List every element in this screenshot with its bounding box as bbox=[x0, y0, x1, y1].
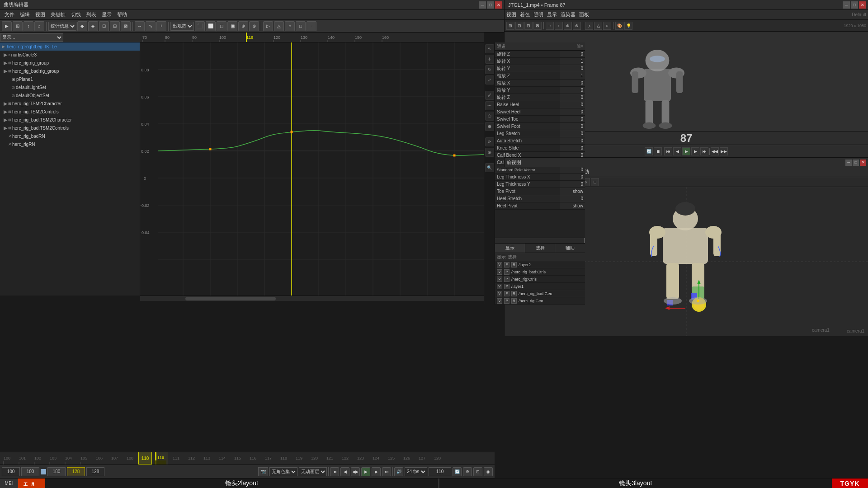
channel-row-swivel-heel[interactable]: Swivel Heel 0 bbox=[495, 108, 585, 116]
channel-row-heel-stretch[interactable]: Heel Stretch 0 bbox=[495, 195, 585, 202]
menu-file[interactable]: 文件 bbox=[2, 11, 17, 18]
preview-tb-btn11[interactable]: ○ bbox=[603, 22, 611, 30]
toolbar-btn9[interactable]: ⊠ bbox=[121, 21, 131, 31]
layer-row-3[interactable]: V P /layer1 bbox=[495, 283, 585, 290]
playback-end-input[interactable] bbox=[86, 467, 104, 476]
outliner-item-5[interactable]: ◎ defaultObjectSet bbox=[0, 91, 140, 99]
frame-start-input[interactable] bbox=[2, 467, 20, 476]
layer-v-btn-2[interactable]: V bbox=[497, 277, 502, 282]
icon-rotate[interactable]: ↻ bbox=[485, 65, 494, 74]
layer-v-btn-1[interactable]: V bbox=[497, 269, 502, 275]
layer-p-btn-2[interactable]: P bbox=[504, 277, 509, 282]
channel-row-ry[interactable]: 旋转 Y 0 bbox=[495, 65, 585, 72]
preview-play-btn[interactable]: ▶ bbox=[682, 147, 690, 155]
preview-loop-btn[interactable]: 🔄 bbox=[645, 147, 653, 155]
preview-maximize-button[interactable]: □ bbox=[851, 1, 858, 9]
playback-start-input[interactable] bbox=[21, 467, 39, 476]
curve-scrollbar-thumb[interactable] bbox=[185, 297, 276, 300]
toolbar-btn6[interactable]: ◈ bbox=[88, 21, 98, 31]
menu-help[interactable]: 帮助 bbox=[114, 11, 130, 18]
channel-row-sz[interactable]: 缩放 Z 1 bbox=[495, 72, 585, 80]
time-input[interactable] bbox=[429, 467, 451, 476]
layer-v-btn-5[interactable]: V bbox=[497, 298, 502, 304]
channel-row-rz[interactable]: 旋转 Z 0 bbox=[495, 51, 585, 58]
preview-minimize-button[interactable]: ─ bbox=[843, 1, 850, 9]
channel-tab-display[interactable]: 显示 bbox=[495, 244, 525, 253]
view-type-select[interactable]: 无角色集 bbox=[269, 467, 297, 476]
toolbar-btn12[interactable]: ◻ bbox=[217, 21, 226, 31]
frame-display-input[interactable] bbox=[47, 467, 66, 476]
outliner-item-7[interactable]: ▶ ⊞ herc_rig:TSM2Controls bbox=[0, 108, 140, 116]
channel-row-auto-stretch[interactable]: Auto Stretch 0 bbox=[495, 137, 585, 145]
toolbar-btn15[interactable]: ⊗ bbox=[249, 21, 259, 31]
outliner-item-1[interactable]: ▶ ⊞ herc_rig:rig_group bbox=[0, 59, 140, 67]
channel-row-swivel-toe[interactable]: Swivel Toe 0 bbox=[495, 116, 585, 123]
preview-tb-btn4[interactable]: ⊠ bbox=[533, 22, 542, 30]
toolbar-btn8[interactable]: ⊟ bbox=[110, 21, 120, 31]
channel-row-heel-pivot[interactable]: Heel Pivot show bbox=[495, 202, 585, 210]
layer-p-btn[interactable]: P bbox=[504, 262, 509, 267]
preview-last-btn[interactable]: ⏭ bbox=[700, 147, 708, 155]
layer-p-btn-4[interactable]: P bbox=[504, 291, 509, 296]
play-btn[interactable]: ▶ bbox=[361, 467, 370, 476]
layer-r-btn-4[interactable]: R bbox=[511, 291, 517, 296]
toolbar-btn10[interactable]: ⬛ bbox=[195, 21, 205, 31]
preview-tb-btn12[interactable]: 🎨 bbox=[615, 22, 623, 30]
channel-row-sy[interactable]: 缩放 Y 0 bbox=[495, 87, 585, 94]
toolbar-btn4[interactable]: ⌂ bbox=[34, 21, 44, 31]
curve-scrollbar-h[interactable] bbox=[140, 296, 484, 301]
close-button[interactable]: ✕ bbox=[495, 1, 502, 9]
toolbar-btn2[interactable]: ⊞ bbox=[13, 21, 23, 31]
outliner-item-2[interactable]: ▶ ⊞ herc_rig_bad:rig_group bbox=[0, 67, 140, 75]
preview-tb-btn5[interactable]: ↔ bbox=[546, 22, 554, 30]
play-back-btn[interactable]: ◀▶ bbox=[351, 467, 360, 476]
outliner-item-9[interactable]: ▶ ⊞ herc_rig_bad:TSM2Controls bbox=[0, 124, 140, 132]
layer-v-btn[interactable]: V bbox=[497, 262, 502, 267]
channel-row-std-pole[interactable]: Standard Pole Vector 0 bbox=[495, 166, 585, 174]
channel-row-rx[interactable]: 旋转 X 1 bbox=[495, 58, 585, 65]
preview-tb-btn6[interactable]: ↕ bbox=[555, 22, 563, 30]
preview-tb-btn7[interactable]: ⊕ bbox=[564, 22, 572, 30]
toolbar-btn1[interactable]: ▶ bbox=[2, 21, 12, 31]
preview2-minimize[interactable]: ─ bbox=[845, 160, 852, 166]
channel-row-raise-heel[interactable]: Raise Heel 0 bbox=[495, 101, 585, 108]
preview-tb-btn13[interactable]: 💡 bbox=[624, 22, 632, 30]
preview-menu-display[interactable]: 显示 bbox=[547, 11, 557, 18]
icon-search[interactable]: 🔍 bbox=[485, 163, 494, 172]
outliner-item-6[interactable]: ▶ ⊞ herc_rig:TSM2Character bbox=[0, 99, 140, 108]
preview-tb-btn1[interactable]: ⊞ bbox=[506, 22, 514, 30]
menu-keyframe[interactable]: 关键帧 bbox=[48, 11, 68, 18]
outliner-item-11[interactable]: ↗ herc_rigRN bbox=[0, 140, 140, 148]
render-btn[interactable]: ◉ bbox=[484, 467, 493, 476]
audio-btn[interactable]: 🔊 bbox=[394, 467, 403, 476]
toolbar-insert[interactable]: + bbox=[156, 21, 166, 31]
anim-prefs-btn[interactable]: ⊡ bbox=[473, 467, 482, 476]
toolbar-btn17[interactable]: △ bbox=[274, 21, 284, 31]
outliner-item-10[interactable]: ↗ herc_rig_badRN bbox=[0, 132, 140, 140]
layer-row-5[interactable]: V P R /herc_rig:Geo bbox=[495, 297, 585, 305]
layer-r-btn[interactable]: R bbox=[511, 262, 517, 267]
maximize-button[interactable]: □ bbox=[487, 1, 494, 9]
layer-r-btn-5[interactable]: R bbox=[511, 298, 517, 304]
channel-row-sx[interactable]: 缩放 X 0 bbox=[495, 80, 585, 87]
toolbar-btn3[interactable]: ↕ bbox=[24, 21, 33, 31]
outliner-item-3[interactable]: ▣ pPlane1 bbox=[0, 75, 140, 83]
channel-row-leg-thick-x[interactable]: Leg Thickness X 0 bbox=[495, 174, 585, 181]
icon-curve[interactable]: 〜 bbox=[485, 101, 494, 110]
preview-close-button[interactable]: ✕ bbox=[859, 1, 866, 9]
toolbar-select-output[interactable]: 出规范 bbox=[170, 22, 194, 31]
outliner-item-selected[interactable]: ▶ herc_rig:RightLeg_IK_Le bbox=[0, 42, 140, 51]
channel-scroll[interactable] bbox=[495, 238, 585, 243]
preview-menu-shading[interactable]: 着色 bbox=[520, 11, 530, 18]
toolbar-btn18[interactable]: ○ bbox=[285, 21, 295, 31]
step-back-btn[interactable]: ◀ bbox=[340, 467, 349, 476]
channel-row-leg-thick-y[interactable]: Leg Thickness Y 0 bbox=[495, 181, 585, 188]
preview-menu-lighting[interactable]: 照明 bbox=[533, 11, 543, 18]
minimize-button[interactable]: ─ bbox=[479, 1, 486, 9]
preview-tb-btn9[interactable]: ▷ bbox=[585, 22, 593, 30]
bottom-time-ruler[interactable]: 100 101 102 103 104 105 106 107 108 109 … bbox=[0, 452, 495, 465]
icon-poly[interactable]: ⬡ bbox=[485, 112, 494, 121]
icon-subdiv[interactable]: ⬢ bbox=[485, 122, 494, 131]
preview-menu-renderer[interactable]: 渲染器 bbox=[561, 11, 576, 18]
toolbar-btn7[interactable]: ⊡ bbox=[99, 21, 109, 31]
